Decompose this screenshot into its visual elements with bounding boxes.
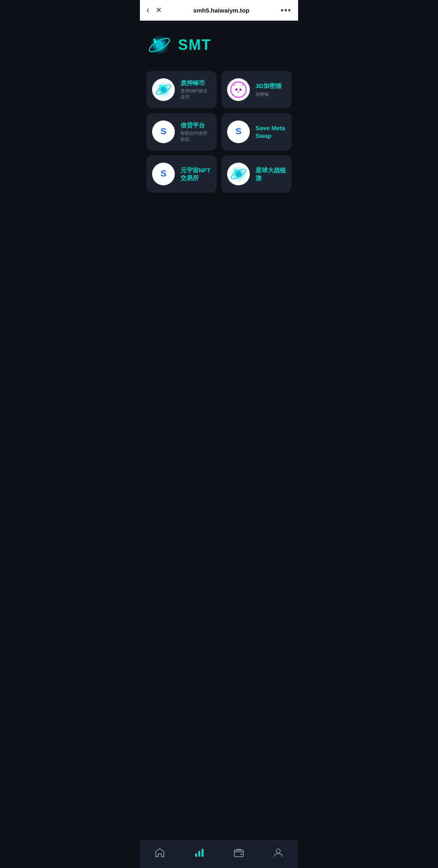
svg-point-19: [240, 89, 241, 90]
card-subtitle-1: 质押SMT铸主流币: [180, 88, 211, 100]
card-text-5: 元宇宙NFT交易所: [180, 166, 211, 182]
cards-grid: 质押铸币 质押SMT铸主流币: [146, 71, 292, 193]
card-title-2: 3D加密猫: [256, 82, 286, 90]
card-text-3: 借贷平台 智能合约借贷协议: [180, 121, 211, 143]
card-title-1: 质押铸币: [180, 79, 211, 87]
app-logo: [146, 32, 172, 58]
card-text-2: 3D加密猫 加密猫: [256, 82, 286, 97]
card-icon-cat: [227, 78, 250, 101]
url-bar[interactable]: smh5.haiwaiym.top: [162, 7, 281, 14]
svg-text:S: S: [236, 126, 242, 136]
card-text-1: 质押铸币 质押SMT铸主流币: [180, 79, 211, 101]
card-icon-smt2: [227, 163, 250, 185]
card-text-4: Save Meta Swap: [256, 124, 286, 140]
main-content: SMT 质押铸币 质押SMT铸主流币: [140, 21, 298, 199]
card-nft[interactable]: S 元宇宙NFT交易所: [146, 155, 217, 193]
app-header: SMT: [146, 32, 292, 58]
card-title-4: Save Meta Swap: [256, 124, 286, 140]
card-icon-smt: [152, 78, 175, 101]
card-icon-shapeshift-1: S: [152, 120, 175, 143]
back-button[interactable]: ‹: [146, 5, 149, 15]
svg-text:S: S: [161, 126, 167, 136]
card-title-6: 星球大战链游: [256, 166, 286, 182]
more-button[interactable]: •••: [281, 6, 292, 15]
card-subtitle-2: 加密猫: [256, 91, 286, 97]
browser-nav: ‹ ✕: [146, 5, 162, 15]
browser-bar: ‹ ✕ smh5.haiwaiym.top •••: [140, 0, 298, 21]
card-star-war[interactable]: 星球大战链游: [221, 155, 292, 193]
card-zhi-ya[interactable]: 质押铸币 质押SMT铸主流币: [146, 71, 217, 108]
card-title-5: 元宇宙NFT交易所: [180, 166, 211, 182]
card-lending[interactable]: S 借贷平台 智能合约借贷协议: [146, 113, 217, 150]
card-save-meta-swap[interactable]: S Save Meta Swap: [221, 113, 292, 150]
card-subtitle-3: 智能合约借贷协议: [180, 130, 211, 142]
card-text-6: 星球大战链游: [256, 166, 286, 182]
svg-point-11: [233, 85, 244, 96]
card-title-3: 借贷平台: [180, 121, 211, 129]
close-button[interactable]: ✕: [156, 6, 162, 15]
card-3d-cat[interactable]: 3D加密猫 加密猫: [221, 71, 292, 108]
svg-text:S: S: [161, 168, 167, 178]
app-title: SMT: [178, 37, 211, 54]
card-icon-shapeshift-2: S: [227, 120, 250, 143]
card-icon-shapeshift-3: S: [152, 163, 175, 185]
svg-point-18: [236, 89, 237, 90]
